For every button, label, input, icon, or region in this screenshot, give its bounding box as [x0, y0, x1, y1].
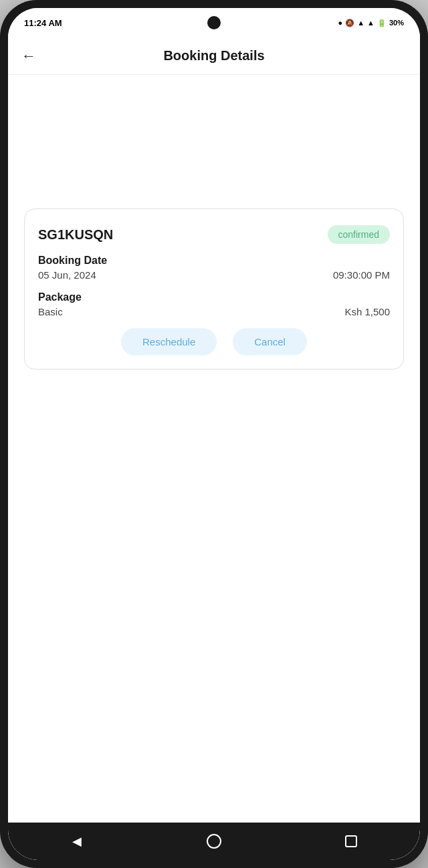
top-nav: ← Booking Details [8, 37, 420, 75]
package-row: Basic Ksh 1,500 [38, 306, 390, 317]
nav-back-icon: ◀ [72, 834, 82, 849]
nav-back-button[interactable]: ◀ [64, 828, 90, 855]
booking-card: SG1KUSQN confirmed Booking Date 05 Jun, … [24, 208, 404, 370]
status-icons: ● 🔕 ▲ ▲ 🔋 30% [338, 19, 404, 27]
booking-date-label: Booking Date [38, 255, 390, 267]
booking-id: SG1KUSQN [38, 227, 113, 243]
back-button[interactable]: ← [21, 47, 36, 65]
booking-date-section: Booking Date 05 Jun, 2024 09:30:00 PM [38, 255, 390, 281]
phone-screen: 11:24 AM ● 🔕 ▲ ▲ 🔋 30% ← Booking Details [8, 8, 420, 860]
package-label: Package [38, 291, 390, 303]
cancel-button[interactable]: Cancel [233, 328, 307, 355]
nav-recent-button[interactable] [338, 828, 364, 855]
battery-text: 30% [389, 19, 404, 27]
bottom-nav: ◀ [8, 823, 420, 860]
status-badge: confirmed [328, 225, 390, 244]
nav-home-icon [207, 834, 221, 849]
status-bar: 11:24 AM ● 🔕 ▲ ▲ 🔋 30% [8, 8, 420, 37]
main-content: SG1KUSQN confirmed Booking Date 05 Jun, … [8, 75, 420, 823]
signal-icon: ● [338, 19, 343, 27]
page-title: Booking Details [163, 48, 264, 63]
camera-notch [207, 16, 221, 29]
nav-recent-icon [345, 835, 357, 847]
reschedule-button[interactable]: Reschedule [121, 328, 217, 355]
status-time: 11:24 AM [24, 18, 62, 28]
package-section: Package Basic Ksh 1,500 [38, 291, 390, 317]
wifi-icon: ▲ [357, 19, 364, 27]
action-buttons: Reschedule Cancel [38, 328, 390, 355]
booking-time-value: 09:30:00 PM [333, 269, 390, 281]
battery-icon: 🔋 [377, 19, 387, 27]
data-icon: ▲ [367, 19, 374, 27]
booking-date-value: 05 Jun, 2024 [38, 269, 96, 281]
mute-icon: 🔕 [345, 19, 354, 27]
package-price: Ksh 1,500 [344, 306, 390, 317]
phone-frame: 11:24 AM ● 🔕 ▲ ▲ 🔋 30% ← Booking Details [0, 0, 428, 868]
card-header: SG1KUSQN confirmed [38, 225, 390, 244]
booking-date-row: 05 Jun, 2024 09:30:00 PM [38, 269, 390, 281]
package-name: Basic [38, 306, 63, 317]
nav-home-button[interactable] [201, 828, 227, 855]
